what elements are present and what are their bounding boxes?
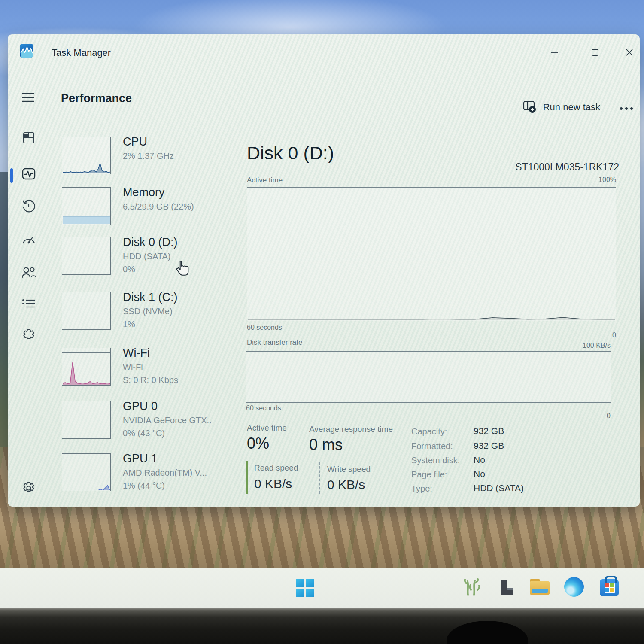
active-time-chart-max: 100% [598, 176, 616, 184]
services-icon [21, 328, 36, 343]
minimize-button[interactable] [546, 44, 563, 61]
task-manager-window: Task Manager Performance [8, 34, 640, 507]
dark-l-app-icon [496, 577, 516, 597]
transfer-chart-max: 100 KB/s [583, 342, 611, 349]
read-speed-legend-bar [246, 461, 248, 494]
write-speed-value: 0 KB/s [327, 477, 365, 492]
perf-item-cpu[interactable]: CPU 2% 1.37 GHz [62, 137, 244, 179]
active-time-chart [247, 187, 616, 321]
taskbar-app-dark[interactable] [495, 575, 518, 598]
sidebar-item-app-history[interactable] [21, 198, 37, 215]
memory-mini-chart [62, 187, 111, 225]
perf-item-gpu0[interactable]: GPU 0 NVIDIA GeForce GTX.. 0% (43 °C) [62, 401, 244, 448]
perf-item-wifi[interactable]: Wi-Fi Wi-Fi S: 0 R: 0 Kbps [62, 348, 244, 397]
maximize-button[interactable] [586, 44, 604, 61]
laptop-screen: S... Task Manager Performance [0, 0, 644, 644]
perf-item-disk1[interactable]: Disk 1 (C:) SSD (NVMe) 1% [62, 292, 244, 341]
perf-item-label: Disk 1 (C:) [123, 291, 243, 304]
file-explorer-icon [530, 579, 550, 595]
more-options-icon[interactable] [620, 107, 633, 110]
sidebar-item-users[interactable] [21, 264, 37, 280]
main-panel-title: Disk 0 (D:) [247, 143, 334, 164]
task-manager-app-icon [20, 44, 33, 58]
taskbar-store[interactable] [598, 576, 621, 599]
microsoft-store-icon [600, 579, 619, 596]
gpu1-mini-chart [62, 453, 111, 491]
write-speed-label: Write speed [327, 465, 371, 474]
perf-item-label: GPU 0 [123, 400, 243, 413]
startup-apps-icon [21, 234, 36, 246]
write-speed-legend-bar [319, 462, 320, 494]
wifi-mini-chart [62, 348, 111, 386]
transfer-chart-xlabel: 60 seconds [246, 404, 281, 412]
detail-label: Capacity: [411, 427, 447, 437]
active-time-stat-value: 0% [247, 434, 269, 453]
settings-icon [21, 481, 36, 495]
perf-item-sub: Wi-Fi [123, 362, 243, 373]
active-time-chart-label: Active time [247, 176, 283, 185]
perf-item-sub: AMD Radeon(TM) V... [123, 468, 243, 478]
taskbar-app-green[interactable] [460, 575, 483, 598]
active-time-chart-xlabel: 60 seconds [247, 324, 282, 331]
run-new-task-icon [522, 100, 537, 115]
read-speed-label: Read speed [254, 463, 298, 473]
perf-item-sub: 2% 1.37 GHz [123, 151, 243, 161]
perf-item-label: Disk 0 (D:) [123, 236, 243, 249]
cpu-mini-chart [62, 137, 111, 174]
sidebar-item-settings[interactable] [21, 480, 37, 496]
perf-item-sub: NVIDIA GeForce GTX.. [123, 415, 243, 426]
disk-model-name: ST1000LM035-1RK172 [515, 161, 619, 173]
perf-item-gpu1[interactable]: GPU 1 AMD Radeon(TM) V... 1% (44 °C) [62, 453, 244, 501]
windows-logo-icon [296, 579, 314, 597]
avg-response-stat-label: Average response time [309, 425, 393, 434]
detail-label: Page file: [411, 470, 447, 480]
navigation-menu-icon[interactable] [21, 91, 36, 104]
detail-value: 932 GB [474, 440, 504, 451]
processes-icon [22, 131, 35, 144]
perf-item-sub: 6.5/29.9 GB (22%) [123, 201, 243, 212]
perf-item-sub2: 1% (44 °C) [123, 480, 243, 491]
perf-item-label: Wi-Fi [123, 346, 243, 360]
app-history-icon [21, 199, 36, 214]
users-icon [21, 266, 36, 279]
page-title: Performance [61, 92, 132, 105]
window-title: Task Manager [52, 47, 111, 58]
detail-value: 932 GB [474, 426, 504, 436]
close-button[interactable] [621, 44, 638, 61]
perf-item-disk0[interactable]: Disk 0 (D:) HDD (SATA) 0% [62, 237, 244, 286]
start-button[interactable] [293, 576, 316, 599]
transfer-chart-label: Disk transfer rate [247, 338, 302, 347]
sidebar-item-details[interactable] [21, 295, 37, 312]
sidebar-item-processes[interactable] [21, 130, 37, 146]
detail-value: HDD (SATA) [474, 483, 524, 493]
disk0-mini-chart [62, 237, 111, 275]
laptop-bezel [0, 608, 644, 644]
edge-browser-icon [564, 577, 584, 597]
sidebar-item-services[interactable] [21, 327, 37, 343]
perf-item-sub2: 1% [123, 319, 243, 330]
transfer-chart [246, 351, 611, 403]
run-new-task-button[interactable]: Run new task [522, 100, 600, 115]
active-time-stat-label: Active time [247, 423, 287, 433]
detail-value: No [474, 455, 485, 465]
perf-item-label: CPU [123, 135, 243, 149]
details-icon [21, 298, 36, 310]
bezel-hinge [447, 621, 528, 644]
selected-tab-indicator [10, 168, 13, 183]
detail-label: Type: [411, 484, 432, 494]
perf-item-sub: SSD (NVMe) [123, 306, 243, 317]
transfer-chart-min: 0 [607, 412, 611, 420]
active-time-chart-min: 0 [612, 331, 616, 339]
read-speed-value: 0 KB/s [254, 477, 292, 491]
perf-item-memory[interactable]: Memory 6.5/29.9 GB (22%) [62, 187, 244, 230]
detail-label: Formatted: [411, 441, 453, 451]
green-plant-app-icon [462, 577, 482, 597]
detail-label: System disk: [411, 456, 460, 465]
gpu0-mini-chart [62, 401, 111, 439]
sidebar-item-startup-apps[interactable] [21, 232, 37, 248]
taskbar-edge[interactable] [562, 575, 586, 598]
sidebar-item-performance[interactable] [21, 166, 37, 182]
avg-response-stat-value: 0 ms [309, 436, 343, 454]
mouse-cursor [174, 261, 190, 278]
taskbar-file-explorer[interactable] [528, 575, 551, 598]
